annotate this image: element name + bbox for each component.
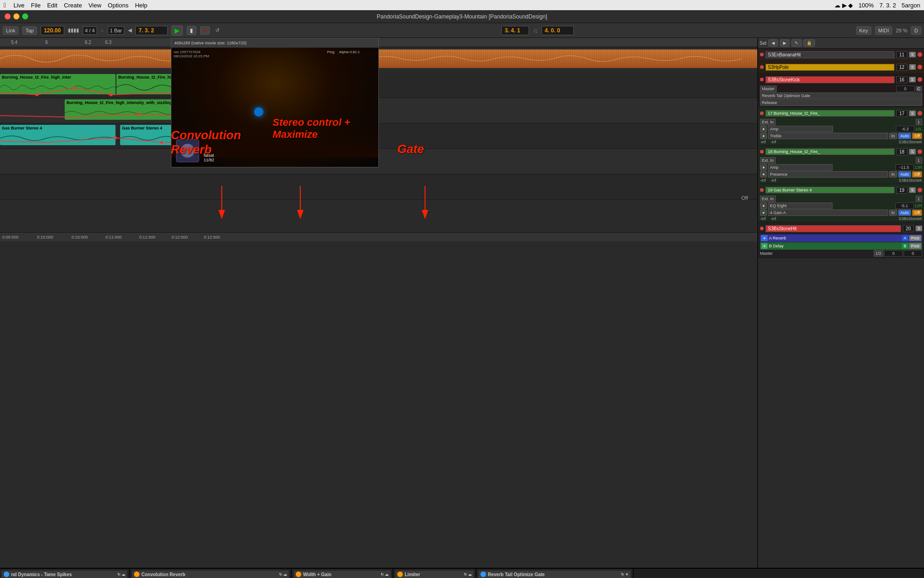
record-btn-18[interactable] xyxy=(918,149,922,154)
menu-live[interactable]: Live xyxy=(13,2,24,9)
send-a-val: A xyxy=(902,235,908,241)
send-b-delay: ● B Delay B Post xyxy=(760,242,922,250)
master-routing[interactable]: 1/2 xyxy=(874,250,883,257)
set-lock-btn[interactable]: 🔒 xyxy=(803,39,815,47)
track-name-s3hp[interactable]: S3HpPole xyxy=(766,64,894,71)
send-a-post[interactable]: Post xyxy=(909,235,921,241)
treble-select-17[interactable]: Treble xyxy=(768,133,888,139)
record-btn-17[interactable] xyxy=(918,111,922,116)
record-btn-s3bs[interactable] xyxy=(918,77,922,82)
menu-help[interactable]: Help xyxy=(135,2,147,9)
menu-view[interactable]: View xyxy=(88,2,101,9)
set-fwd-btn[interactable]: ▶ xyxy=(780,39,790,47)
routing-select-s3bs[interactable]: Master xyxy=(760,86,777,92)
release-select-s3bs[interactable]: Release xyxy=(760,99,922,106)
gain-toggle-19[interactable]: ● xyxy=(760,209,767,216)
gain-auto-19[interactable]: Auto xyxy=(898,209,912,216)
input-17[interactable]: 1 xyxy=(916,119,922,125)
record-btn-19[interactable] xyxy=(918,188,922,192)
treble-in-17[interactable]: In xyxy=(889,133,897,139)
inf2-17: -inf xyxy=(771,140,777,144)
zoom-level: 29 % xyxy=(896,28,907,33)
close-btn[interactable] xyxy=(5,13,11,19)
player-info: fatsat 11/82 xyxy=(204,153,214,162)
clip-gas-1[interactable]: Gas Burner Stereo 4 xyxy=(0,125,116,145)
end-display[interactable]: 3. 4. 1 xyxy=(501,26,529,35)
loop-btn[interactable]: ↺ xyxy=(215,27,219,33)
amp-toggle-17[interactable]: ● xyxy=(760,126,767,132)
track-name-18[interactable]: 18 Burning_House_t2_Fire_ xyxy=(766,148,894,155)
track-name-17[interactable]: 17 Burning_House_t2_Fire_ xyxy=(766,110,894,117)
minimize-btn[interactable] xyxy=(13,13,19,19)
send-b-active[interactable]: ● xyxy=(761,243,768,249)
menu-file[interactable]: File xyxy=(31,2,41,9)
metronome-btn[interactable]: ♫ xyxy=(533,27,538,34)
record-pos[interactable]: 4. 0. 0 xyxy=(541,26,574,35)
position-display[interactable]: 7. 3. 2 xyxy=(135,26,168,35)
clip-burning-1[interactable]: Burning_House_t2_Fire_high_inter xyxy=(0,74,116,94)
send-b-post[interactable]: Post xyxy=(909,243,921,249)
solo-btn-s3hp[interactable]: S xyxy=(909,64,916,70)
menu-options[interactable]: Options xyxy=(108,2,128,9)
midi-btn[interactable]: MIDI xyxy=(875,26,892,35)
gain-select-19[interactable]: 4 Gain A xyxy=(768,209,888,216)
amp-toggle-18[interactable]: ● xyxy=(760,164,767,171)
link-btn[interactable]: Link xyxy=(3,26,18,35)
presence-select-18[interactable]: Presence xyxy=(768,171,888,178)
time-0: 0:09:500 xyxy=(2,235,18,240)
apple-menu[interactable]:  xyxy=(4,1,6,9)
menu-create[interactable]: Create xyxy=(64,2,82,9)
solo-btn-17[interactable]: S xyxy=(909,111,916,116)
presence-toggle-18[interactable]: ● xyxy=(760,171,767,178)
treble-off-17[interactable]: Off xyxy=(912,133,922,139)
set-back-btn[interactable]: ◀ xyxy=(768,39,778,47)
menu-edit[interactable]: Edit xyxy=(47,2,57,9)
eq-select-19[interactable]: EQ Eight xyxy=(768,203,833,209)
gain-in-19[interactable]: In xyxy=(889,209,897,216)
bpm-display[interactable]: 120.00 xyxy=(41,26,64,35)
treble-toggle-17[interactable]: ● xyxy=(760,133,767,139)
record-btn-s3hp[interactable] xyxy=(918,65,922,69)
gain-off-19[interactable]: Off xyxy=(912,209,922,216)
play-btn[interactable]: ▶ xyxy=(171,25,183,36)
time-sig[interactable]: 4 / 4 xyxy=(83,26,97,35)
fullscreen-btn[interactable] xyxy=(22,13,28,19)
input-18[interactable]: 1 xyxy=(916,157,922,164)
stop-btn[interactable]: ▮ xyxy=(187,26,196,35)
inf1-17: -inf xyxy=(760,140,766,144)
vol-s3bs[interactable]: 0 xyxy=(896,86,915,92)
solo-btn-18[interactable]: S xyxy=(909,149,916,154)
drop-area[interactable]: Drop Audio Effects Here xyxy=(633,569,924,578)
presence-in-18[interactable]: In xyxy=(889,171,897,178)
track-name-s3en[interactable]: S3EnBananaHit xyxy=(766,51,894,58)
presence-auto-18[interactable]: Auto xyxy=(898,171,912,178)
track-name-s3bshit[interactable]: S3BsStoneHit xyxy=(766,225,901,232)
record-btn[interactable]: ● xyxy=(200,26,210,35)
routing-18[interactable]: Ext. In xyxy=(760,157,776,164)
amp-select-18[interactable]: Amp xyxy=(768,164,833,171)
nav-left[interactable]: ◀ xyxy=(128,27,132,33)
solo-btn-s3bshit[interactable]: S xyxy=(916,226,922,231)
solo-btn-19[interactable]: S xyxy=(909,187,916,193)
key-btn[interactable]: Key xyxy=(856,26,871,35)
presence-off-18[interactable]: Off xyxy=(912,171,922,178)
track-name-19[interactable]: 19 Gas Burner Stereo 4 xyxy=(766,187,894,193)
track-name-s3bs[interactable]: S3BsStoneKick xyxy=(766,76,894,83)
solo-btn-s3en[interactable]: S xyxy=(909,52,916,57)
amp-select-17[interactable]: Amp xyxy=(768,126,833,132)
d-btn[interactable]: D xyxy=(911,26,921,35)
bar-select[interactable]: 1 Bar xyxy=(108,26,124,35)
input-19[interactable]: 1 xyxy=(916,196,922,202)
record-btn-s3en[interactable] xyxy=(918,52,922,57)
set-edit-btn[interactable]: ✎ xyxy=(791,39,802,47)
solo-btn-s3bs[interactable]: S xyxy=(909,77,916,82)
routing-17[interactable]: Ext. In xyxy=(760,119,776,125)
pan-s3bs[interactable]: C xyxy=(916,86,923,92)
send-a-active[interactable]: ● xyxy=(761,235,768,241)
eq-toggle-19[interactable]: ● xyxy=(760,203,767,209)
routing-19[interactable]: Ext. In xyxy=(760,196,776,202)
treble-auto-17[interactable]: Auto xyxy=(898,133,912,139)
device-select-s3bs[interactable]: Reverb Tail Optimize Gate xyxy=(760,92,922,99)
transport-bar: Link Tap 120.00 ▮▮▮▮ 4 / 4 ○ 1 Bar ◀ 7. … xyxy=(0,23,924,38)
tap-btn[interactable]: Tap xyxy=(22,26,37,35)
